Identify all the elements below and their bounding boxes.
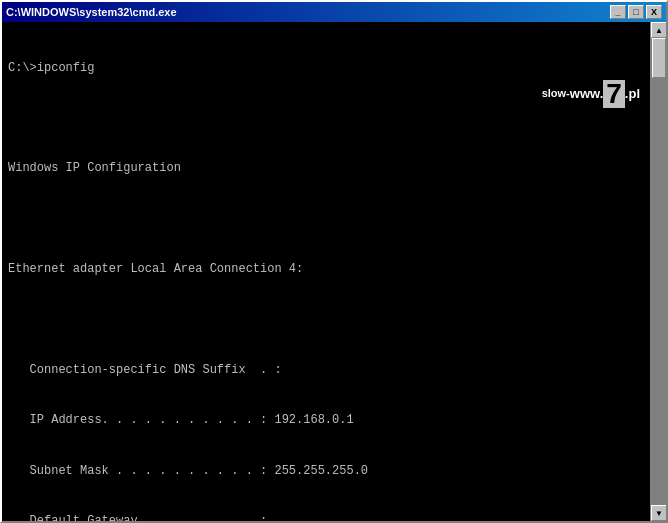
- scrollbar-track[interactable]: [651, 38, 666, 505]
- terminal-line: [8, 110, 644, 127]
- terminal-line: Subnet Mask . . . . . . . . . . : 255.25…: [8, 463, 644, 480]
- content-area: C:\>ipconfig Windows IP Configuration Et…: [2, 22, 666, 521]
- terminal-line: [8, 211, 644, 228]
- terminal-line: Ethernet adapter Local Area Connection 4…: [8, 261, 644, 278]
- watermark-www: www.: [570, 85, 603, 103]
- title-bar: C:\WINDOWS\system32\cmd.exe _ □ X: [2, 2, 666, 22]
- minimize-button[interactable]: _: [610, 5, 626, 19]
- scrollbar[interactable]: ▲ ▼: [650, 22, 666, 521]
- terminal-line: Default Gateway . . . . . . . . :: [8, 513, 644, 521]
- watermark-block: www. 7 .pl: [570, 80, 640, 108]
- watermark-pl: .pl: [625, 85, 640, 103]
- watermark-number: 7: [603, 80, 625, 108]
- terminal-output[interactable]: C:\>ipconfig Windows IP Configuration Et…: [2, 22, 650, 521]
- scrollbar-thumb[interactable]: [652, 38, 666, 78]
- terminal-line: Windows IP Configuration: [8, 160, 644, 177]
- scroll-down-button[interactable]: ▼: [651, 505, 666, 521]
- maximize-button[interactable]: □: [628, 5, 644, 19]
- terminal-line: Connection-specific DNS Suffix . :: [8, 362, 644, 379]
- watermark-tag: slow-: [542, 86, 570, 101]
- terminal-line: [8, 312, 644, 329]
- terminal-line: IP Address. . . . . . . . . . . : 192.16…: [8, 412, 644, 429]
- scroll-up-button[interactable]: ▲: [651, 22, 666, 38]
- window-controls: _ □ X: [610, 5, 662, 19]
- window-title: C:\WINDOWS\system32\cmd.exe: [6, 6, 177, 18]
- terminal-line: C:\>ipconfig: [8, 60, 644, 77]
- watermark-row: www. 7 .pl: [570, 80, 640, 108]
- cmd-window: C:\WINDOWS\system32\cmd.exe _ □ X C:\>ip…: [0, 0, 668, 523]
- close-button[interactable]: X: [646, 5, 662, 19]
- watermark: slow- www. 7 .pl: [542, 80, 640, 108]
